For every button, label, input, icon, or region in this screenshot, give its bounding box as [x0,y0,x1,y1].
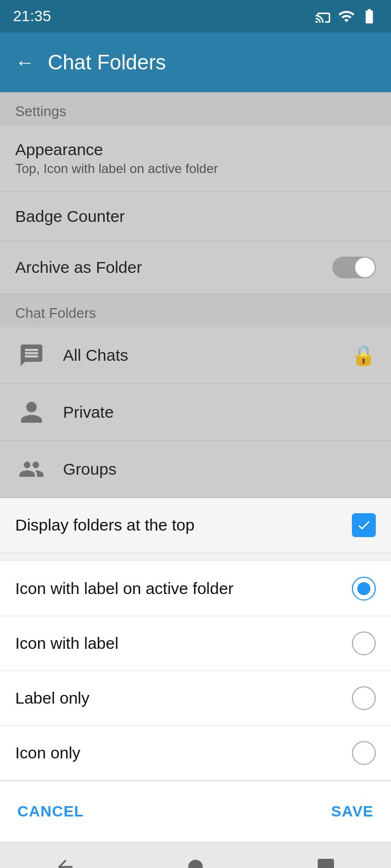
svg-rect-1 [318,859,334,869]
save-button[interactable]: SAVE [329,797,376,826]
groups-label: Groups [63,460,376,478]
all-chats-icon [15,339,48,372]
private-icon [15,396,48,429]
appearance-content: Appearance Top, Icon with label on activ… [15,141,376,176]
battery-icon [361,8,378,25]
settings-section-label: Settings [0,92,391,125]
badge-counter-item[interactable]: Badge Counter [0,192,391,241]
cancel-button[interactable]: CANCEL [15,797,86,826]
badge-counter-title: Badge Counter [15,207,376,226]
nav-back-icon [54,856,76,869]
back-button[interactable]: ← [15,51,35,74]
radio-icon-only[interactable] [352,741,376,765]
archive-folder-right [332,257,376,278]
action-bar: CANCEL SAVE [0,781,391,842]
section-divider [0,553,391,561]
svg-point-0 [188,859,203,868]
status-icons [315,8,378,25]
private-label: Private [63,403,376,422]
radio-icon-only-row[interactable]: Icon only [0,726,391,781]
radio-icon-with-label-row[interactable]: Icon with label [0,616,391,671]
lock-icon: 🔒 [351,344,376,367]
appearance-subtitle: Top, Icon with label on active folder [15,161,376,176]
status-bar: 21:35 [0,0,391,33]
display-at-top-row[interactable]: Display folders at the top [0,498,391,553]
settings-section: Settings Appearance Top, Icon with label… [0,92,391,498]
folder-groups[interactable]: Groups [0,441,391,498]
archive-folder-content: Archive as Folder [15,258,332,277]
folder-private[interactable]: Private [0,384,391,441]
wifi-icon [338,8,355,25]
chat-folders-section-label: Chat Folders [0,294,391,327]
nav-home-icon [185,856,206,869]
app-bar-title: Chat Folders [48,51,166,74]
nav-recents-button[interactable] [310,851,342,869]
radio-icon-with-label[interactable] [352,631,376,655]
radio-icon-with-label-active[interactable] [352,577,376,601]
display-options-section: Display folders at the top Icon with lab… [0,498,391,842]
radio-icon-only-label: Icon only [15,744,352,762]
nav-recents-icon [315,856,337,869]
radio-label-only[interactable] [352,686,376,710]
groups-icon [15,453,48,486]
all-chats-label: All Chats [63,346,351,365]
radio-icon-with-label-active-row[interactable]: Icon with label on active folder [0,561,391,616]
radio-label-only-label: Label only [15,689,352,707]
cast-icon [315,8,332,25]
archive-folder-item[interactable]: Archive as Folder [0,241,391,294]
nav-home-button[interactable] [179,851,212,869]
all-chats-lock: 🔒 [351,344,376,367]
radio-icon-with-label-active-dot [357,582,370,595]
appearance-item[interactable]: Appearance Top, Icon with label on activ… [0,125,391,192]
folder-all-chats[interactable]: All Chats 🔒 [0,327,391,384]
radio-icon-with-label-active-label: Icon with label on active folder [15,579,352,598]
display-at-top-checkbox[interactable] [352,513,376,537]
archive-folder-title: Archive as Folder [15,258,332,277]
appearance-title: Appearance [15,141,376,159]
nav-back-button[interactable] [49,851,81,869]
radio-icon-with-label-label: Icon with label [15,634,352,653]
nav-bar [0,842,391,868]
archive-folder-toggle[interactable] [332,257,376,278]
status-time: 21:35 [13,8,51,25]
app-bar: ← Chat Folders [0,33,391,92]
display-at-top-label: Display folders at the top [15,516,352,534]
badge-counter-content: Badge Counter [15,207,376,226]
radio-label-only-row[interactable]: Label only [0,671,391,726]
